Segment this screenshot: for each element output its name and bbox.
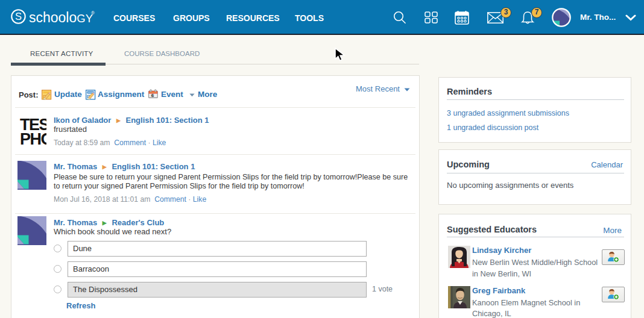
svg-text:6: 6 bbox=[151, 93, 154, 98]
svg-text:S: S bbox=[15, 11, 22, 22]
